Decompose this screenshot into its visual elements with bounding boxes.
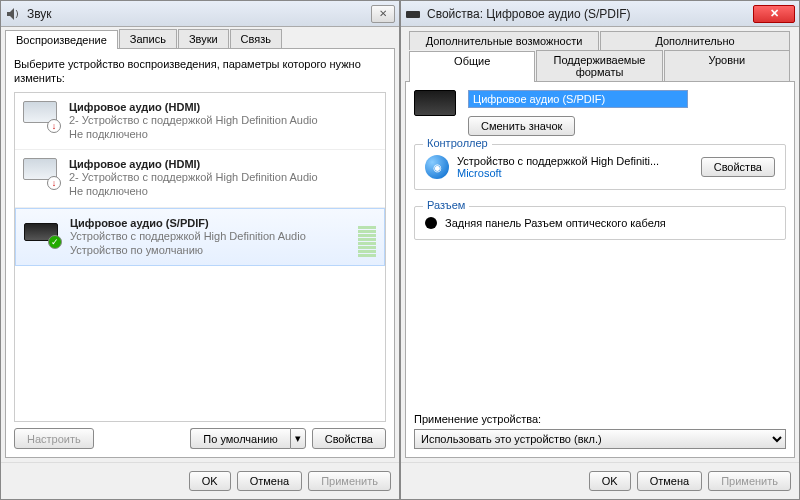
monitor-icon: ↓ — [23, 158, 59, 188]
properties-window: Свойства: Цифровое аудио (S/PDIF) ✕ Допо… — [400, 0, 800, 500]
controller-legend: Контроллер — [423, 137, 492, 149]
general-panel: Сменить значок Контроллер ◉ Устройство с… — [405, 81, 795, 458]
cancel-button[interactable]: Отмена — [237, 471, 302, 491]
device-sub: 2- Устройство с поддержкой High Definiti… — [69, 113, 377, 127]
cancel-button[interactable]: Отмена — [637, 471, 702, 491]
set-default-arrow[interactable]: ▾ — [290, 428, 306, 449]
jack-legend: Разъем — [423, 199, 469, 211]
device-large-icon — [414, 90, 456, 116]
device-name-input[interactable] — [468, 90, 688, 108]
playback-panel: Выберите устройство воспроизведения, пар… — [5, 48, 395, 458]
window-title: Звук — [27, 7, 371, 21]
set-default-button[interactable]: По умолчанию — [190, 428, 289, 449]
titlebar-left[interactable]: Звук ✕ — [1, 1, 399, 27]
device-usage-section: Применение устройства: Использовать это … — [414, 413, 786, 449]
ok-button[interactable]: OK — [589, 471, 631, 491]
device-button-row: Настроить По умолчанию ▾ Свойства — [14, 422, 386, 449]
change-icon-button[interactable]: Сменить значок — [468, 116, 575, 136]
device-name-section: Сменить значок — [414, 90, 786, 136]
tab-recording[interactable]: Запись — [119, 29, 177, 48]
controller-icon: ◉ — [425, 155, 449, 179]
jack-group: Разъем Задняя панель Разъем оптического … — [414, 206, 786, 240]
configure-button[interactable]: Настроить — [14, 428, 94, 449]
tab-general[interactable]: Общие — [409, 51, 535, 82]
speaker-icon — [5, 6, 21, 22]
status-badge-ok: ✓ — [48, 235, 62, 249]
device-sub: Устройство с поддержкой High Definition … — [70, 229, 358, 243]
controller-properties-button[interactable]: Свойства — [701, 157, 775, 177]
controller-name: Устройство с поддержкой High Definiti... — [457, 155, 693, 167]
close-button[interactable]: ✕ — [371, 5, 395, 23]
titlebar-right[interactable]: Свойства: Цифровое аудио (S/PDIF) ✕ — [401, 1, 799, 27]
status-badge-down: ↓ — [47, 119, 61, 133]
device-status: Не подключено — [69, 127, 377, 141]
usage-label: Применение устройства: — [414, 413, 786, 425]
apply-button[interactable]: Применить — [308, 471, 391, 491]
tab-playback[interactable]: Воспроизведение — [5, 30, 118, 49]
properties-button[interactable]: Свойства — [312, 428, 386, 449]
level-meter — [358, 217, 376, 258]
device-list[interactable]: ↓ Цифровое аудио (HDMI) 2- Устройство с … — [14, 92, 386, 422]
close-button[interactable]: ✕ — [753, 5, 795, 23]
device-item[interactable]: ✓ Цифровое аудио (S/PDIF) Устройство с п… — [15, 208, 385, 267]
device-item[interactable]: ↓ Цифровое аудио (HDMI) 2- Устройство с … — [15, 93, 385, 151]
window-title: Свойства: Цифровое аудио (S/PDIF) — [427, 7, 753, 21]
set-default-dropdown[interactable]: По умолчанию ▾ — [190, 428, 305, 449]
usage-select[interactable]: Использовать это устройство (вкл.) — [414, 429, 786, 449]
tabs-right: Дополнительные возможности Дополнительно… — [401, 27, 799, 81]
tabs-left: Воспроизведение Запись Звуки Связь — [1, 27, 399, 48]
ok-button[interactable]: OK — [189, 471, 231, 491]
device-item[interactable]: ↓ Цифровое аудио (HDMI) 2- Устройство с … — [15, 150, 385, 208]
spdif-icon: ✓ — [24, 217, 60, 247]
device-icon — [405, 6, 421, 22]
dialog-buttons-left: OK Отмена Применить — [1, 462, 399, 499]
svg-rect-0 — [406, 11, 420, 18]
controller-manufacturer[interactable]: Microsoft — [457, 167, 693, 179]
sound-window: Звук ✕ Воспроизведение Запись Звуки Связ… — [0, 0, 400, 500]
device-name: Цифровое аудио (HDMI) — [69, 101, 377, 113]
jack-text: Задняя панель Разъем оптического кабеля — [445, 217, 666, 229]
tab-sounds[interactable]: Звуки — [178, 29, 229, 48]
jack-color-icon — [425, 217, 437, 229]
controller-group: Контроллер ◉ Устройство с поддержкой Hig… — [414, 144, 786, 190]
tab-levels[interactable]: Уровни — [664, 50, 790, 81]
instruction-text: Выберите устройство воспроизведения, пар… — [14, 57, 386, 86]
tab-formats[interactable]: Поддерживаемые форматы — [536, 50, 662, 81]
tab-communications[interactable]: Связь — [230, 29, 282, 48]
monitor-icon: ↓ — [23, 101, 59, 131]
dialog-buttons-right: OK Отмена Применить — [401, 462, 799, 499]
apply-button[interactable]: Применить — [708, 471, 791, 491]
status-badge-down: ↓ — [47, 176, 61, 190]
device-sub: 2- Устройство с поддержкой High Definiti… — [69, 170, 377, 184]
device-status: Устройство по умолчанию — [70, 243, 358, 257]
device-name: Цифровое аудио (S/PDIF) — [70, 217, 358, 229]
device-status: Не подключено — [69, 184, 377, 198]
device-name: Цифровое аудио (HDMI) — [69, 158, 377, 170]
tab-advanced[interactable]: Дополнительно — [600, 31, 790, 50]
tab-enhancements[interactable]: Дополнительные возможности — [409, 31, 599, 50]
